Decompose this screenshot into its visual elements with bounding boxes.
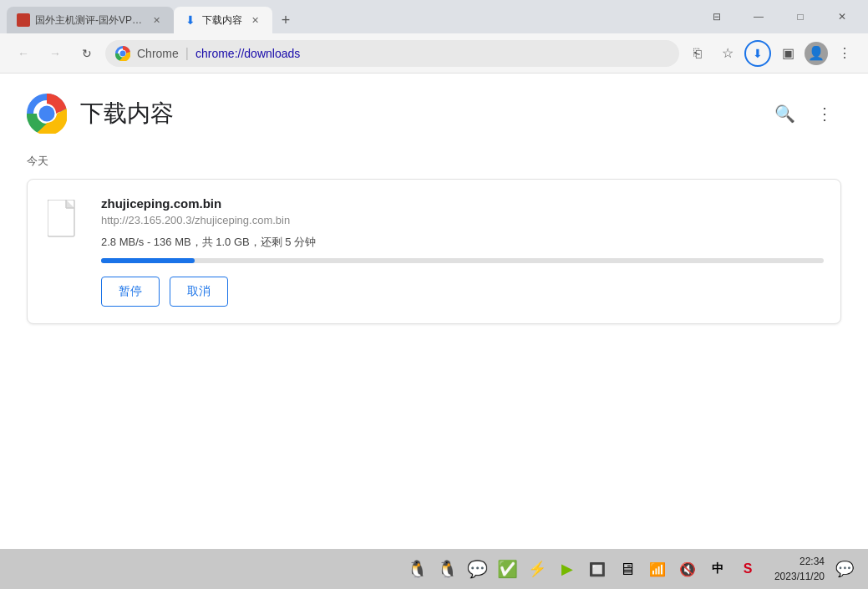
close-icon: ✕ xyxy=(838,11,846,23)
avatar-icon: 👤 xyxy=(808,45,825,61)
taskbar-icon-sogou[interactable]: S xyxy=(736,557,759,581)
qq2-icon: 🐧 xyxy=(437,559,458,579)
download-item: zhujiceping.com.bin http://23.165.200.3/… xyxy=(27,179,841,324)
pause-button[interactable]: 暂停 xyxy=(101,277,160,307)
back-button[interactable]: ← xyxy=(10,40,37,67)
downloads-page: zhujiceping.com 下载内容 🔍 ⋮ 今天 xyxy=(0,74,868,549)
tab1-label: 国外主机测评-国外VPS， xyxy=(35,13,144,28)
download-url: http://23.165.200.3/zhujiceping.com.bin xyxy=(101,214,824,226)
forward-button[interactable]: → xyxy=(42,40,69,67)
forward-icon: → xyxy=(49,47,61,60)
tab-1[interactable]: 国外主机测评-国外VPS， ✕ xyxy=(7,7,174,33)
qq1-icon: 🐧 xyxy=(407,559,428,579)
taskbar: 🐧 🐧 💬 ✅ ⚡ ▶ 🔲 🖥 📶 🔇 中 S 22:34 2023/11/20… xyxy=(0,549,868,589)
url-brand-text: Chrome xyxy=(137,47,179,60)
tab-2[interactable]: ⬇ 下载内容 ✕ xyxy=(174,7,272,33)
url-divider: | xyxy=(185,46,189,61)
file-icon xyxy=(44,196,84,243)
search-button[interactable]: 🔍 xyxy=(768,97,801,130)
maximize-icon: □ xyxy=(797,11,803,23)
new-tab-icon: + xyxy=(282,12,291,29)
cancel-button[interactable]: 取消 xyxy=(170,277,228,307)
more-options-button[interactable]: ⋮ xyxy=(808,97,841,130)
url-actions: ⎗ ☆ ⬇ ▣ 👤 ⋮ xyxy=(684,40,858,67)
wifi-icon: 📶 xyxy=(649,561,666,577)
progress-bar-container xyxy=(101,258,824,263)
search-icon: 🔍 xyxy=(774,104,795,124)
progress-bar-fill xyxy=(101,258,195,263)
chrome-logo-small xyxy=(115,46,130,61)
nvidia-icon: ▶ xyxy=(561,560,573,578)
window-controls: ⊟ — □ ✕ xyxy=(691,0,868,33)
sogou-icon: S xyxy=(744,561,753,576)
svg-point-5 xyxy=(39,106,55,122)
bookmark-button[interactable]: ☆ xyxy=(714,40,741,67)
check-icon: ✅ xyxy=(497,559,518,579)
omnibar: ← → ↻ Chrome | chrome://downloads ⎗ ☆ ⬇ xyxy=(0,33,868,74)
tab2-close-btn[interactable]: ✕ xyxy=(247,13,262,28)
download-actions: 暂停 取消 xyxy=(101,277,824,307)
tab1-close-btn[interactable]: ✕ xyxy=(149,13,164,28)
taskbar-icon-nvidia[interactable]: ▶ xyxy=(556,557,579,581)
new-tab-button[interactable]: + xyxy=(272,7,299,33)
taskbar-icon-ime[interactable]: 中 xyxy=(706,557,729,581)
taskbar-clock[interactable]: 22:34 2023/11/20 xyxy=(766,554,825,584)
taskbar-icon-volume[interactable]: 🔇 xyxy=(676,557,699,581)
taskbar-icon-wifi[interactable]: 📶 xyxy=(646,557,669,581)
taskbar-icon-check[interactable]: ✅ xyxy=(495,557,519,581)
tabs-area: 国外主机测评-国外VPS， ✕ ⬇ 下载内容 ✕ + xyxy=(0,0,691,33)
url-bar[interactable]: Chrome | chrome://downloads xyxy=(105,40,679,67)
menu-button[interactable]: ⋮ xyxy=(831,40,858,67)
share-icon: ⎗ xyxy=(693,46,702,61)
file-icon-svg xyxy=(48,200,81,240)
minimize-btn[interactable]: — xyxy=(739,3,778,30)
more-options-icon: ⋮ xyxy=(816,104,833,124)
monitor-icon: 🖥 xyxy=(619,560,636,579)
bookmark-icon: ☆ xyxy=(722,45,733,61)
download-status: 2.8 MB/s - 136 MB，共 1.0 GB，还剩 5 分钟 xyxy=(101,235,824,250)
download-active-icon: ⬇ xyxy=(753,47,763,60)
taskbar-icon-colorful[interactable]: 🔲 xyxy=(586,557,609,581)
share-button[interactable]: ⎗ xyxy=(684,40,711,67)
notification-icon: 💬 xyxy=(835,560,854,578)
wechat-icon: 💬 xyxy=(467,559,488,579)
extension-icon: ▣ xyxy=(782,45,794,61)
volume-icon: 🔇 xyxy=(679,561,696,577)
refresh-button[interactable]: ↻ xyxy=(74,40,100,67)
maximize-btn[interactable]: □ xyxy=(781,3,820,30)
download-info: zhujiceping.com.bin http://23.165.200.3/… xyxy=(101,196,824,307)
back-icon: ← xyxy=(18,47,29,60)
taskbar-icon-bluetooth[interactable]: ⚡ xyxy=(525,557,549,581)
extension-button[interactable]: ▣ xyxy=(774,40,801,67)
restore-icon: ⊟ xyxy=(713,11,721,23)
restore-btn[interactable]: ⊟ xyxy=(698,3,736,30)
ime-icon: 中 xyxy=(712,561,723,576)
title-bar: 国外主机测评-国外VPS， ✕ ⬇ 下载内容 ✕ + ⊟ — □ ✕ xyxy=(0,0,868,33)
tab2-favicon: ⬇ xyxy=(184,13,197,27)
clock-time: 22:34 xyxy=(799,554,825,569)
section-today-label: 今天 xyxy=(27,154,841,169)
download-status-button[interactable]: ⬇ xyxy=(744,40,771,67)
page-header-left: 下载内容 xyxy=(27,94,174,134)
page-title: 下载内容 xyxy=(80,98,174,129)
taskbar-icon-wechat[interactable]: 💬 xyxy=(465,557,489,581)
clock-date: 2023/11/20 xyxy=(774,569,825,584)
tab1-favicon xyxy=(17,13,30,27)
bluetooth-icon: ⚡ xyxy=(528,560,546,578)
url-path-text: chrome://downloads xyxy=(195,47,300,60)
download-filename: zhujiceping.com.bin xyxy=(101,196,824,211)
profile-button[interactable]: 👤 xyxy=(805,42,828,65)
menu-icon: ⋮ xyxy=(838,45,851,61)
taskbar-icon-monitor[interactable]: 🖥 xyxy=(616,557,639,581)
taskbar-notification-button[interactable]: 💬 xyxy=(831,556,858,582)
chrome-logo-large xyxy=(27,94,67,134)
tab2-label: 下载内容 xyxy=(202,13,242,28)
refresh-icon: ↻ xyxy=(82,47,92,60)
taskbar-icon-qq1[interactable]: 🐧 xyxy=(405,557,429,581)
taskbar-icon-qq2[interactable]: 🐧 xyxy=(435,557,459,581)
page-header-right: 🔍 ⋮ xyxy=(768,97,841,130)
svg-point-2 xyxy=(120,50,126,56)
close-btn[interactable]: ✕ xyxy=(823,3,861,30)
colorful-icon: 🔲 xyxy=(589,561,606,577)
page-header: 下载内容 🔍 ⋮ xyxy=(27,94,841,134)
